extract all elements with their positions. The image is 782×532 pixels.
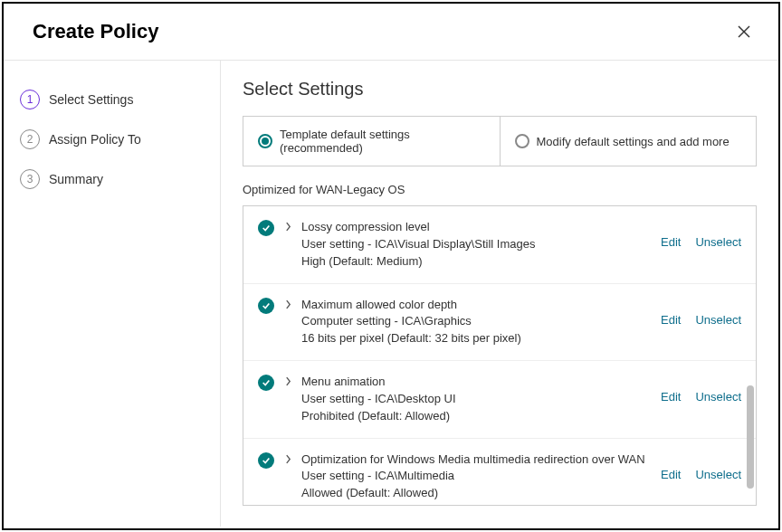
setting-path: User setting - ICA\Multimedia [301, 468, 652, 485]
setting-text: Optimization for Windows Media multimedi… [301, 451, 652, 503]
setting-row: Optimization for Windows Media multimedi… [243, 439, 756, 505]
scrollbar[interactable] [747, 208, 754, 503]
step-number-badge: 1 [20, 90, 40, 109]
radio-modify-defaults[interactable]: Modify default settings and add more [501, 117, 757, 166]
setting-actions: Edit Unselect [661, 374, 741, 404]
close-button[interactable] [735, 23, 753, 41]
unselect-link[interactable]: Unselect [695, 390, 741, 404]
setting-value: 16 bits per pixel (Default: 32 bits per … [301, 330, 652, 347]
edit-link[interactable]: Edit [661, 313, 681, 327]
unselect-link[interactable]: Unselect [695, 313, 741, 327]
setting-text: Lossy compression level User setting - I… [301, 219, 652, 271]
radio-icon [515, 134, 529, 148]
radio-label: Modify default settings and add more [537, 135, 730, 148]
chevron-right-icon[interactable] [283, 222, 292, 232]
wizard-step-3[interactable]: 3 Summary [20, 162, 220, 202]
chevron-right-icon[interactable] [283, 376, 292, 386]
setting-value: Allowed (Default: Allowed) [301, 485, 652, 502]
page-title: Create Policy [33, 20, 158, 43]
wizard-step-1[interactable]: 1 Select Settings [20, 82, 220, 122]
chevron-right-icon[interactable] [283, 299, 292, 309]
setting-title: Menu animation [301, 374, 652, 391]
edit-link[interactable]: Edit [661, 390, 681, 404]
check-icon [258, 375, 274, 391]
wizard-sidebar: 1 Select Settings 2 Assign Policy To 3 S… [4, 61, 221, 527]
edit-link[interactable]: Edit [661, 468, 681, 481]
template-subtitle: Optimized for WAN-Legacy OS [243, 183, 757, 196]
check-icon [258, 298, 274, 314]
check-icon [258, 452, 274, 469]
setting-value: Prohibited (Default: Allowed) [301, 408, 652, 425]
setting-value: High (Default: Medium) [301, 253, 652, 271]
setting-actions: Edit Unselect [661, 219, 741, 249]
radio-label: Template default settings (recommended) [280, 128, 485, 155]
setting-title: Optimization for Windows Media multimedi… [301, 451, 652, 469]
unselect-link[interactable]: Unselect [695, 235, 741, 249]
close-icon [736, 24, 752, 40]
setting-row: Maximum allowed color depth Computer set… [243, 284, 756, 362]
main-panel: Select Settings Template default setting… [221, 61, 778, 527]
chevron-right-icon[interactable] [283, 454, 292, 464]
scrollbar-thumb[interactable] [747, 385, 754, 489]
setting-title: Maximum allowed color depth [301, 297, 652, 314]
radio-icon [258, 134, 272, 148]
check-icon [258, 220, 274, 236]
step-number-badge: 3 [20, 169, 40, 189]
wizard-step-2[interactable]: 2 Assign Policy To [20, 122, 220, 162]
setting-path: Computer setting - ICA\Graphics [301, 313, 652, 330]
setting-text: Maximum allowed color depth Computer set… [301, 297, 652, 348]
settings-list: Lossy compression level User setting - I… [243, 205, 757, 506]
setting-actions: Edit Unselect [661, 297, 741, 327]
setting-row: Menu animation User setting - ICA\Deskto… [243, 361, 756, 439]
main-heading: Select Settings [243, 79, 757, 100]
step-label: Assign Policy To [49, 132, 141, 147]
setting-actions: Edit Unselect [661, 451, 741, 481]
settings-mode-radio-group: Template default settings (recommended) … [243, 116, 757, 166]
step-label: Summary [49, 172, 103, 186]
edit-link[interactable]: Edit [661, 235, 681, 249]
setting-text: Menu animation User setting - ICA\Deskto… [301, 374, 652, 425]
setting-path: User setting - ICA\Desktop UI [301, 391, 652, 408]
step-number-badge: 2 [20, 129, 40, 149]
setting-path: User setting - ICA\Visual Display\Still … [301, 236, 652, 253]
unselect-link[interactable]: Unselect [695, 468, 741, 481]
setting-row: Lossy compression level User setting - I… [243, 206, 756, 284]
radio-template-defaults[interactable]: Template default settings (recommended) [243, 117, 501, 166]
step-label: Select Settings [49, 92, 133, 107]
setting-title: Lossy compression level [301, 219, 652, 236]
